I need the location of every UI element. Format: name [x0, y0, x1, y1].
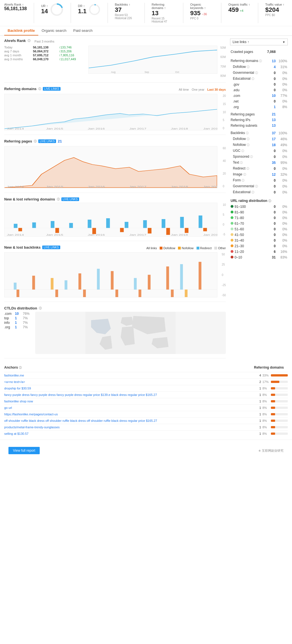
svg-text:Jan 2019: Jan 2019	[203, 233, 217, 236]
rank-row-val-0: 56,181,138	[33, 46, 58, 49]
ahrefs-rank-info-icon[interactable]: ⓘ	[28, 39, 30, 43]
new-lost-backlinks-bars: Jan 2014 Jan 2015 Jan 2016 Jan 2017 Jan …	[5, 253, 217, 297]
new-lost-domains-chart: Jan 2014 Jan 2015 Jan 2016 Jan 2017 Jan …	[4, 203, 217, 237]
url-91-100-dot	[231, 205, 233, 208]
rank-row-val-3: 66,049,170	[33, 57, 58, 61]
com-rd-label: .com	[231, 93, 266, 98]
anchor-text-1[interactable]: <a>no text</a>	[4, 380, 255, 384]
new-lost-domains-info-icon[interactable]: ⓘ	[57, 197, 60, 201]
anchor-text-4[interactable]: fashionlike shop now	[4, 400, 255, 403]
ctlds-info-icon[interactable]: ⓘ	[39, 306, 42, 310]
url-81-90-value: 0	[266, 210, 277, 215]
ref-pages-info-icon[interactable]: ⓘ	[34, 139, 37, 143]
dr-label: DR ↑	[78, 4, 87, 8]
svg-rect-27	[125, 222, 128, 228]
anchor-text-3[interactable]: fancy purple dress fancy purple dress fa…	[4, 393, 255, 396]
ugc-bl-label: UGC ⓘ	[231, 148, 266, 153]
tab-backlink-profile[interactable]: Backlink profile	[4, 26, 38, 35]
ref-domains-stat-info[interactable]: ⓘ	[259, 59, 262, 63]
url-81-90-row: 81–90 0 0%	[231, 210, 287, 215]
svg-text:Jan 2016: Jan 2016	[88, 233, 105, 236]
svg-text:Jan 2014: Jan 2014	[7, 185, 24, 188]
svg-text:Jan 2015: Jan 2015	[46, 185, 63, 188]
url-0-10-dot	[231, 256, 233, 259]
gov-rd-value: 0	[266, 82, 277, 87]
ctlds-tld-info: info	[4, 321, 13, 325]
ctlds-row-com: .com 10 76%	[4, 312, 30, 316]
url-11-20-row: 11–20 6 16%	[231, 249, 287, 254]
anchor-count-4: 1	[255, 400, 261, 403]
svg-rect-54	[134, 278, 137, 289]
svg-text:Jan 2017: Jan 2017	[129, 185, 146, 188]
dofollow-bl-value: 17	[266, 136, 277, 142]
rank-row-label-1: avg 7 days	[4, 50, 32, 53]
top-metrics: Ahrefs Rank ↑ 56,181,138 UR ↑ 14 DR ↑ 1.…	[0, 0, 292, 26]
anchor-bar-fill-1	[271, 381, 279, 383]
new-lost-backlinks-chart-wrapper: 50 25 0 -25 -50	[4, 252, 226, 297]
url-61-70-label: 61–70	[231, 221, 266, 226]
tab-paid-search[interactable]: Paid search	[70, 26, 96, 35]
anchor-bar-fill-2	[271, 387, 275, 389]
url-21-30-row: 21–30 0 0%	[231, 244, 287, 249]
rank-period: Past 3 months	[35, 40, 54, 43]
ref-domains-y-labels: 20 15 10 5 0	[223, 94, 226, 130]
world-map-svg	[35, 312, 226, 354]
time-filter-one-year[interactable]: One year	[192, 88, 204, 91]
ref-subnets-stat-row: Referring subnets 13	[231, 123, 287, 128]
ref-domains-stat-header	[231, 55, 287, 58]
anchor-text-8[interactable]: products/metal-frame-trendy-sunglasses	[4, 425, 255, 429]
anchors-row-2: dropship for $30.59 1 8%	[4, 385, 288, 391]
net-rd-value: 0	[266, 99, 277, 104]
ref-domains-chart: Jan 2014 Jan 2015 Jan 2016 Jan 2017 Jan …	[4, 94, 217, 130]
anchor-text-7[interactable]: off shoulder ruffle black dress off shou…	[4, 419, 255, 422]
anchor-text-6[interactable]: https://fashionlike.me/pages/contact-us	[4, 413, 255, 416]
svg-rect-61	[83, 289, 86, 297]
svg-rect-63	[139, 289, 141, 297]
traffic-value-sub: PPC $0	[265, 14, 288, 17]
time-filter-all[interactable]: All time	[179, 88, 189, 91]
view-full-report-button[interactable]: View full report	[8, 447, 40, 454]
backlinks-stat-row: Backlinks ⓘ 37 100%	[231, 129, 287, 136]
svg-text:Sep: Sep	[144, 71, 149, 73]
form-bl-row: Form ⓘ 0 0%	[231, 178, 287, 183]
tab-organic-search[interactable]: Organic search	[38, 26, 70, 35]
url-91-100-label: 91–100	[231, 204, 266, 209]
ref-pages-live-badge: LIVE LINKS	[38, 139, 56, 143]
url-81-90-pct: 0%	[278, 210, 287, 215]
svg-rect-23	[51, 221, 54, 228]
legend-redirect: Redirect	[197, 246, 212, 250]
organic-keywords-value: 935	[190, 10, 201, 17]
backlinks-stat-label: Backlinks ⓘ	[231, 129, 266, 136]
governmental-rd-value: 0	[266, 70, 277, 75]
svg-rect-35	[120, 228, 124, 232]
anchor-bar-fill-9	[271, 433, 275, 435]
live-links-dropdown[interactable]: Live links ↑ ▼	[230, 39, 288, 45]
url-61-70-dot	[231, 222, 233, 225]
main-content: Ahrefs Rank ⓘ Past 3 months Today 56,181…	[0, 39, 292, 363]
anchor-bar-fill-5	[271, 407, 275, 409]
net-rd-label: .net	[231, 99, 266, 104]
dofollow-bl-row: Dofollow ⓘ 17 46%	[231, 136, 287, 142]
svg-rect-26	[106, 218, 110, 228]
time-filter-last-30[interactable]: Last 30 days	[207, 88, 226, 91]
url-rating-header-row: URL rating distribution ⓘ	[231, 195, 287, 204]
url-21-30-value: 0	[266, 244, 277, 249]
anchor-text-9[interactable]: selling at $130.57	[4, 432, 255, 435]
url-71-80-value: 0	[266, 215, 277, 220]
dofollow-rd-row: Dofollow ⓘ 4 31%	[231, 64, 287, 70]
svg-rect-51	[79, 273, 81, 289]
ctlds-val-top: 1	[15, 316, 21, 320]
net-rd-pct: 0%	[278, 99, 287, 104]
rank-row-val-1: 56,064,372	[33, 50, 58, 53]
sponsored-bl-label: Sponsored ⓘ	[231, 154, 266, 159]
anchor-text-5[interactable]: go url	[4, 406, 255, 409]
svg-rect-64	[171, 289, 174, 297]
svg-rect-56	[166, 266, 169, 289]
url-0-10-label: 0–10	[231, 255, 266, 260]
anchors-info-icon[interactable]: ⓘ	[19, 366, 22, 369]
backlinks-value: 37	[115, 6, 137, 14]
anchor-text-2[interactable]: dropship for $30.59	[4, 387, 255, 390]
ref-domains-chart-wrapper: 20 15 10 5 0 Jan 2014 Jan 2015 Jan 2016 …	[4, 94, 226, 130]
anchor-text-0[interactable]: fashionlike.me	[4, 374, 255, 377]
ref-domains-info-icon[interactable]: ⓘ	[38, 87, 41, 91]
